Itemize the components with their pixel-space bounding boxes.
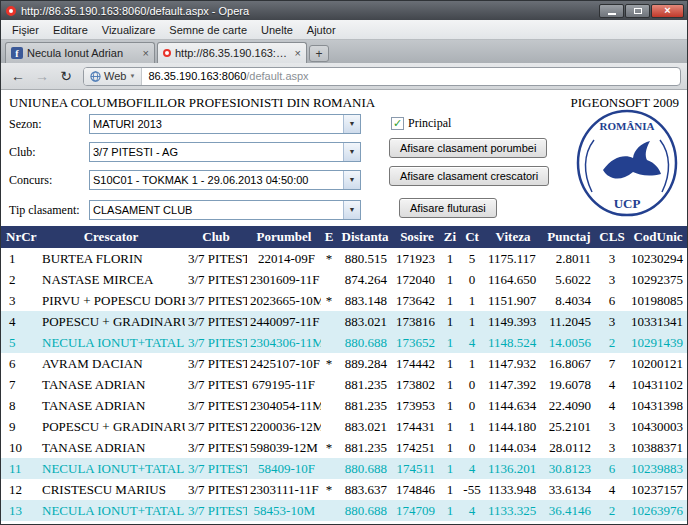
- col-header-nrcrt: NrCrt: [1, 226, 37, 248]
- cell: 10291439: [627, 332, 688, 353]
- cell: 1: [459, 416, 485, 437]
- cell: 883.148: [337, 290, 393, 311]
- tip-clasament-select[interactable]: CLASAMENT CLUB ▼: [89, 200, 361, 220]
- page-content: UNIUNEA COLUMBOFILILOR PROFESIONISTI DIN…: [1, 90, 687, 524]
- cell: 8: [1, 395, 37, 416]
- cell: 3/7 PITESTI: [185, 248, 247, 269]
- concurs-select[interactable]: S10C01 - TOKMAK 1 - 29.06.2013 04:50:00 …: [89, 170, 361, 190]
- table-row: 8TANASE ADRIAN3/7 PITESTI2304054-11M881.…: [1, 395, 688, 416]
- sezon-select[interactable]: MATURI 2013 ▼: [89, 114, 361, 134]
- menu-semne-de-carte[interactable]: Semne de carte: [162, 22, 254, 38]
- opera-page-icon: [163, 49, 171, 57]
- cell: 3: [597, 311, 627, 332]
- col-header-ct: Ct: [459, 226, 485, 248]
- cell: 2301609-11F: [247, 269, 321, 290]
- close-icon: ×: [664, 5, 670, 16]
- cell: 1136.201: [485, 458, 541, 479]
- cell: 3/7 PITESTI: [185, 269, 247, 290]
- cell: 2.8011: [541, 248, 597, 269]
- cell: NECULA IONUT+TATAL: [37, 332, 185, 353]
- cell: 58409-10F: [247, 458, 321, 479]
- cell: 0: [459, 269, 485, 290]
- cell: 7: [1, 374, 37, 395]
- close-tab-icon[interactable]: ×: [143, 48, 149, 59]
- browser-window: http://86.35.190.163:8060/default.aspx -…: [0, 0, 688, 525]
- new-tab-button[interactable]: +: [309, 45, 329, 62]
- title-bar: http://86.35.190.163:8060/default.aspx -…: [1, 1, 687, 20]
- menu-unelte[interactable]: Unelte: [254, 22, 300, 38]
- cell: 1147.392: [485, 374, 541, 395]
- cell: 0: [459, 395, 485, 416]
- back-button[interactable]: ←: [7, 67, 29, 86]
- afisare-fluturasi-button[interactable]: Afisare fluturasi: [399, 198, 497, 218]
- cell: 174431: [393, 416, 441, 437]
- cell: 4: [597, 395, 627, 416]
- table-row: 4POPESCU + GRADINARU3/7 PITESTI2440097-1…: [1, 311, 688, 332]
- chevron-down-icon: ▼: [343, 171, 360, 189]
- cell: 3/7 PITESTI: [185, 353, 247, 374]
- cell: *: [321, 290, 337, 311]
- col-header-codunic: CodUnic: [627, 226, 688, 248]
- menu-vizualizare[interactable]: Vizualizare: [95, 22, 163, 38]
- url-text: 86.35.190.163:8060/default.aspx: [142, 70, 308, 82]
- window-title: http://86.35.190.163:8060/default.aspx -…: [21, 5, 599, 17]
- cell: 2: [597, 500, 627, 521]
- cell: 11.2045: [541, 311, 597, 332]
- tab-facebook[interactable]: f Necula Ionut Adrian ×: [5, 42, 155, 63]
- menu-editare[interactable]: Editare: [46, 22, 95, 38]
- cell: 6: [597, 290, 627, 311]
- chevron-down-icon: ▼: [129, 73, 135, 79]
- cell: 19.6078: [541, 374, 597, 395]
- cell: 172040: [393, 269, 441, 290]
- menu-fisier[interactable]: Fişier: [5, 22, 46, 38]
- address-bar[interactable]: Web ▼ 86.35.190.163:8060/default.aspx: [83, 67, 681, 86]
- club-select[interactable]: 3/7 PITESTI - AG ▼: [89, 142, 361, 162]
- cell: 174709: [393, 500, 441, 521]
- reload-button[interactable]: ↻: [55, 67, 77, 86]
- url-host: 86.35.190.163:8060: [148, 70, 246, 82]
- cell: TANASE ADRIAN: [37, 395, 185, 416]
- cell: 3/7 PITESTI: [185, 479, 247, 500]
- logo-org-text: UCP: [614, 196, 641, 211]
- cell: *: [321, 479, 337, 500]
- cell: 1: [441, 416, 459, 437]
- cell: 2440097-11F: [247, 311, 321, 332]
- select-value: CLASAMENT CLUB: [90, 204, 343, 216]
- col-header-e: E: [321, 226, 337, 248]
- menu-ajutor[interactable]: Ajutor: [300, 22, 343, 38]
- cell: 10: [1, 437, 37, 458]
- cell: 874.264: [337, 269, 393, 290]
- chevron-down-icon: ▼: [343, 143, 360, 161]
- cell: *: [321, 353, 337, 374]
- cell: 1151.907: [485, 290, 541, 311]
- cell: 598039-12M: [247, 437, 321, 458]
- cell: 16.8067: [541, 353, 597, 374]
- maximize-button[interactable]: [625, 4, 650, 18]
- afisare-clasament-crescatori-button[interactable]: Afisare clasament crescatori: [389, 166, 549, 186]
- close-tab-icon[interactable]: ×: [295, 48, 301, 59]
- table-row: 2NASTASE MIRCEA3/7 PITESTI2301609-11F874…: [1, 269, 688, 290]
- cell: 173816: [393, 311, 441, 332]
- cell: 58453-10M: [247, 500, 321, 521]
- table-row: 10TANASE ADRIAN3/7 PITESTI598039-12M*881…: [1, 437, 688, 458]
- cell: 1: [459, 311, 485, 332]
- table-row: 3PIRVU + POPESCU DOREL3/7 PITESTI2023665…: [1, 290, 688, 311]
- tab-current[interactable]: http://86.35.190.163:80... ×: [157, 42, 307, 63]
- cell: 1: [441, 311, 459, 332]
- cell: 6: [1, 353, 37, 374]
- cell: 2304054-11M: [247, 395, 321, 416]
- cell: BURTEA FLORIN: [37, 248, 185, 269]
- url-path: /default.aspx: [246, 70, 308, 82]
- close-button[interactable]: ×: [651, 4, 684, 18]
- cell: 1: [459, 290, 485, 311]
- afisare-clasament-porumbei-button[interactable]: Afisare clasament porumbei: [389, 138, 547, 158]
- principal-checkbox[interactable]: ✓: [391, 117, 404, 130]
- menu-bar: Fişier Editare Vizualizare Semne de cart…: [1, 20, 687, 40]
- results-table: NrCrtCrescatorClubPorumbelEDistantaSosir…: [1, 226, 688, 521]
- chevron-down-icon: ▼: [343, 201, 360, 219]
- minimize-button[interactable]: [599, 4, 624, 18]
- cell: 1144.034: [485, 437, 541, 458]
- forward-button[interactable]: →: [31, 67, 53, 86]
- cell: 10431102: [627, 374, 688, 395]
- site-badge[interactable]: Web ▼: [84, 68, 142, 85]
